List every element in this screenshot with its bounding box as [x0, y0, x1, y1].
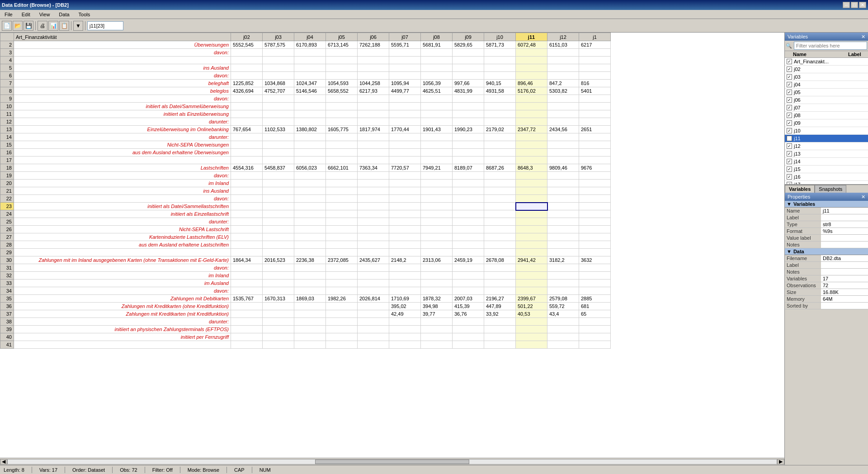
value-cell[interactable]	[516, 156, 547, 164]
value-cell[interactable]: 5552,545	[231, 41, 263, 49]
value-cell[interactable]	[231, 172, 263, 180]
variable-checkbox[interactable]	[787, 120, 792, 126]
value-cell[interactable]	[547, 218, 579, 226]
label-cell[interactable]: darunter:	[14, 133, 231, 141]
value-cell[interactable]	[421, 195, 453, 203]
value-cell[interactable]: 2313,06	[421, 256, 453, 264]
variable-list-item[interactable]: j06	[785, 96, 868, 104]
value-cell[interactable]	[389, 318, 421, 326]
variable-list-item[interactable]: j14	[785, 158, 868, 166]
value-cell[interactable]	[579, 203, 611, 210]
label-cell[interactable]: im Inland	[14, 180, 231, 187]
value-cell[interactable]	[484, 272, 516, 280]
value-cell[interactable]: 1710,69	[389, 295, 421, 303]
value-cell[interactable]	[294, 172, 326, 180]
value-cell[interactable]	[358, 310, 389, 318]
value-cell[interactable]	[358, 149, 389, 156]
value-cell[interactable]	[421, 172, 453, 180]
value-cell[interactable]	[579, 333, 611, 341]
menu-file[interactable]: File	[2, 11, 15, 18]
value-cell[interactable]	[516, 333, 547, 341]
value-cell[interactable]	[579, 95, 611, 103]
value-cell[interactable]	[484, 287, 516, 295]
value-cell[interactable]	[326, 341, 358, 349]
value-cell[interactable]	[547, 72, 579, 80]
value-cell[interactable]: 8648,3	[516, 164, 547, 172]
value-cell[interactable]	[453, 241, 484, 249]
value-cell[interactable]	[484, 103, 516, 110]
value-cell[interactable]	[231, 141, 263, 149]
scrollbar-track[interactable]	[7, 459, 777, 465]
value-cell[interactable]	[294, 49, 326, 57]
value-cell[interactable]	[547, 133, 579, 141]
value-cell[interactable]: 1034,868	[263, 80, 294, 87]
value-cell[interactable]	[421, 133, 453, 141]
label-cell[interactable]: aus dem Ausland erhaltene Überweisungen	[14, 149, 231, 156]
variable-list-item[interactable]: j10	[785, 127, 868, 135]
value-cell[interactable]	[263, 64, 294, 72]
value-cell[interactable]	[231, 149, 263, 156]
variable-checkbox[interactable]	[787, 159, 792, 164]
value-cell[interactable]	[326, 72, 358, 80]
variable-checkbox[interactable]	[787, 105, 792, 110]
value-cell[interactable]	[579, 110, 611, 118]
label-cell[interactable]: davon:	[14, 264, 231, 272]
value-cell[interactable]	[358, 57, 389, 64]
value-cell[interactable]	[516, 172, 547, 180]
value-cell[interactable]	[263, 303, 294, 310]
value-cell[interactable]	[358, 72, 389, 80]
value-cell[interactable]	[389, 241, 421, 249]
value-cell[interactable]: 997,66	[453, 80, 484, 87]
maximize-button[interactable]: □	[851, 2, 858, 8]
value-cell[interactable]	[263, 272, 294, 280]
value-cell[interactable]: 8189,07	[453, 164, 484, 172]
value-cell[interactable]	[294, 110, 326, 118]
value-cell[interactable]: 5681,91	[421, 41, 453, 49]
filter-input[interactable]	[794, 42, 867, 50]
print-button[interactable]: 🖨	[38, 21, 47, 31]
value-cell[interactable]: 2399,67	[516, 295, 547, 303]
value-cell[interactable]	[358, 49, 389, 57]
value-cell[interactable]	[294, 303, 326, 310]
value-cell[interactable]: 3632	[579, 256, 611, 264]
value-cell[interactable]	[326, 149, 358, 156]
value-cell[interactable]	[231, 326, 263, 333]
value-cell[interactable]: 2236,38	[294, 256, 326, 264]
value-cell[interactable]: 2435,627	[358, 256, 389, 264]
value-cell[interactable]	[231, 95, 263, 103]
value-cell[interactable]	[516, 249, 547, 256]
label-cell[interactable]: ins Ausland	[14, 64, 231, 72]
value-cell[interactable]: 816	[579, 80, 611, 87]
variable-list-item[interactable]: j08	[785, 112, 868, 119]
value-cell[interactable]: 5401	[579, 87, 611, 95]
value-cell[interactable]	[421, 241, 453, 249]
value-cell[interactable]	[231, 341, 263, 349]
value-cell[interactable]	[453, 280, 484, 287]
value-cell[interactable]: 395,02	[389, 303, 421, 310]
value-cell[interactable]	[358, 341, 389, 349]
tools-btn3[interactable]: 📋	[59, 21, 69, 31]
variable-checkbox[interactable]	[787, 59, 792, 64]
value-cell[interactable]: 2459,19	[453, 256, 484, 264]
variable-list-item[interactable]: j03	[785, 73, 868, 81]
value-cell[interactable]	[358, 233, 389, 241]
value-cell[interactable]	[547, 64, 579, 72]
tab-variables[interactable]: Variables	[785, 185, 815, 193]
variable-list-item[interactable]: j13	[785, 150, 868, 158]
value-cell[interactable]	[484, 149, 516, 156]
value-cell[interactable]	[326, 249, 358, 256]
value-cell[interactable]	[484, 156, 516, 164]
value-cell[interactable]	[484, 49, 516, 57]
value-cell[interactable]	[389, 341, 421, 349]
value-cell[interactable]	[389, 203, 421, 210]
value-cell[interactable]	[358, 333, 389, 341]
minimize-button[interactable]: ─	[843, 2, 850, 8]
value-cell[interactable]	[263, 218, 294, 226]
value-cell[interactable]	[231, 64, 263, 72]
value-cell[interactable]	[579, 318, 611, 326]
value-cell[interactable]: 767,654	[231, 126, 263, 133]
value-cell[interactable]: 4554,316	[231, 164, 263, 172]
value-cell[interactable]	[326, 195, 358, 203]
value-cell[interactable]	[516, 218, 547, 226]
value-cell[interactable]	[231, 318, 263, 326]
